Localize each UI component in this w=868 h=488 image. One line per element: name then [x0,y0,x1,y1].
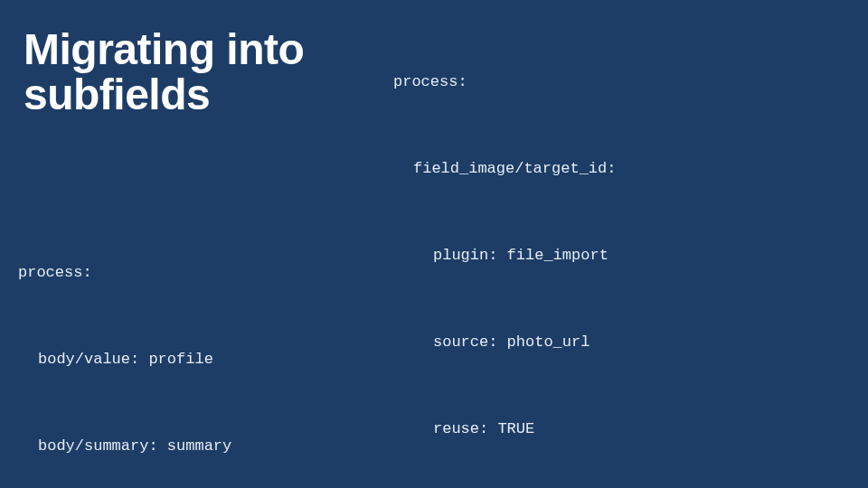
title-line-2: subfields [24,70,210,118]
code-line: body/value: profile [18,349,389,371]
slide: Migrating into subfields process: body/v… [0,0,868,488]
code-line: source: photo_url [393,332,863,354]
title-line-1: Migrating into [24,25,304,73]
code-line: process: [393,71,863,94]
code-line: body/summary: summary [18,436,389,458]
code-block-left: process: body/value: profile body/summar… [18,118,389,488]
code-block-right: process: field_image/target_id: plugin: … [393,27,863,488]
code-line: process: [18,262,389,285]
code-line: reuse: TRUE [393,418,863,441]
code-line: field_image/target_id: [393,158,863,181]
code-line: plugin: file_import [393,245,863,267]
columns: process: body/value: profile body/summar… [18,118,850,488]
